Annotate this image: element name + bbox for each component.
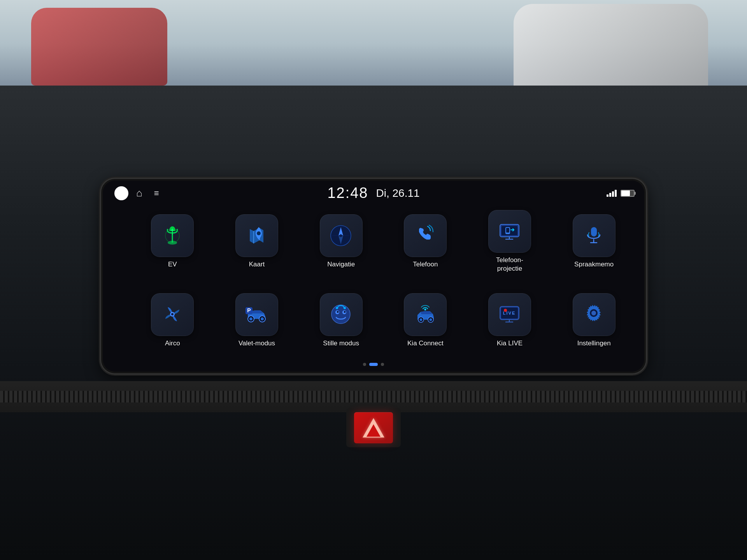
- screen-bezel: ⌂ ≡ 12:48 Di, 26.11: [101, 179, 646, 373]
- hazard-area: [346, 408, 401, 447]
- svg-point-22: [249, 317, 253, 320]
- clock-display: 12:48: [327, 185, 368, 201]
- menu-icon[interactable]: ≡: [154, 188, 159, 198]
- home-icon[interactable]: ⌂: [136, 187, 142, 199]
- vent-lines: [0, 391, 747, 402]
- app-item-valet[interactable]: P Valet-modus: [218, 293, 296, 348]
- instellingen-label: Instellingen: [577, 339, 611, 348]
- valet-icon: P: [235, 293, 278, 336]
- voice-memo-icon: [573, 214, 615, 257]
- navigation-svg: [328, 223, 354, 248]
- svg-point-0: [168, 241, 177, 245]
- telefoon-label: Telefoon: [413, 260, 438, 269]
- app-item-navigatie[interactable]: Navigatie: [302, 214, 380, 269]
- svg-point-38: [424, 309, 426, 311]
- page-dot-1[interactable]: [363, 363, 366, 366]
- app-item-kaart[interactable]: Kaart: [218, 214, 296, 269]
- svg-rect-40: [501, 308, 518, 318]
- kia-connect-label: Kia Connect: [407, 339, 444, 348]
- app-item-ev[interactable]: EV: [134, 214, 211, 269]
- svg-rect-12: [506, 228, 509, 233]
- signal-bar-4: [615, 190, 617, 197]
- phone-icon: [404, 214, 447, 257]
- svg-rect-10: [502, 226, 517, 235]
- app-item-instellingen[interactable]: Instellingen: [555, 293, 633, 348]
- svg-point-24: [261, 317, 264, 320]
- map-icon: [235, 214, 278, 257]
- silent-icon: [320, 293, 363, 336]
- dashboard: ⌂ ≡ 12:48 Di, 26.11: [0, 86, 747, 560]
- battery-indicator: [621, 190, 635, 197]
- page-dot-3[interactable]: [381, 363, 384, 366]
- svg-point-27: [331, 305, 350, 324]
- svg-point-45: [590, 309, 598, 317]
- svg-marker-2: [250, 228, 263, 243]
- app-item-spraakmemo[interactable]: Spraakmemo: [555, 214, 633, 269]
- status-circle[interactable]: [114, 186, 128, 200]
- ev-label: EV: [168, 260, 177, 269]
- svg-point-36: [428, 317, 433, 322]
- date-display: Di, 26.11: [376, 187, 420, 200]
- page-dot-2[interactable]: [369, 363, 378, 366]
- airco-label: Airco: [165, 339, 180, 348]
- svg-point-5: [257, 231, 261, 235]
- signal-bar-3: [612, 191, 614, 197]
- app-item-airco[interactable]: Airco: [134, 293, 211, 348]
- svg-rect-11: [505, 227, 510, 234]
- ev-svg: [160, 223, 185, 248]
- phone-projection-icon: [488, 210, 531, 253]
- svg-point-23: [259, 316, 265, 322]
- phone-projection-svg: [497, 219, 522, 244]
- kaart-label: Kaart: [249, 260, 265, 269]
- svg-point-33: [344, 307, 346, 309]
- svg-point-34: [418, 317, 424, 322]
- app-item-kia-connect[interactable]: Kia Connect: [387, 293, 464, 348]
- svg-point-6: [331, 226, 351, 246]
- svg-rect-9: [500, 224, 519, 237]
- app-item-kia-live[interactable]: LIVE Kia LIVE: [471, 293, 549, 348]
- kia-live-svg: LIVE: [497, 302, 522, 327]
- svg-point-20: [171, 313, 174, 315]
- svg-point-35: [419, 318, 422, 321]
- signal-bar-2: [609, 193, 611, 197]
- silent-svg: [328, 302, 354, 327]
- svg-point-19: [170, 312, 175, 317]
- app-item-telefoon[interactable]: Telefoon: [387, 214, 464, 269]
- kia-connect-svg: [413, 302, 438, 327]
- kia-connect-icon: [404, 293, 447, 336]
- svg-point-29: [342, 310, 346, 314]
- svg-point-31: [344, 311, 346, 313]
- status-right: [607, 190, 635, 197]
- svg-text:LIVE: LIVE: [503, 311, 516, 315]
- hazard-triangle-icon: [363, 418, 384, 438]
- settings-svg: [581, 302, 607, 327]
- svg-point-1: [165, 229, 179, 243]
- status-center: 12:48 Di, 26.11: [327, 185, 419, 201]
- phone-svg: [413, 223, 438, 248]
- screen: ⌂ ≡ 12:48 Di, 26.11: [103, 180, 644, 372]
- svg-point-37: [429, 318, 432, 321]
- app-grid: EV: [134, 206, 633, 356]
- valet-svg: P: [244, 302, 269, 327]
- svg-rect-39: [500, 306, 519, 320]
- svg-point-32: [336, 307, 338, 309]
- app-item-stille-modus[interactable]: Stille modus: [302, 293, 380, 348]
- kia-live-label: Kia LIVE: [497, 339, 523, 348]
- telefoon-projectie-label: Telefoon- projectie: [496, 256, 523, 273]
- stille-modus-label: Stille modus: [323, 339, 359, 348]
- voice-memo-svg: [581, 223, 607, 248]
- app-item-telefoon-projectie[interactable]: Telefoon- projectie: [471, 210, 549, 273]
- valet-label: Valet-modus: [238, 339, 275, 348]
- hazard-button[interactable]: [354, 412, 393, 443]
- scene: ⌂ ≡ 12:48 Di, 26.11: [0, 0, 747, 560]
- navigation-icon: [320, 214, 363, 257]
- svg-text:P: P: [247, 307, 251, 313]
- status-bar: ⌂ ≡ 12:48 Di, 26.11: [103, 180, 644, 206]
- map-svg: [244, 223, 269, 248]
- spraakmemo-label: Spraakmemo: [574, 260, 614, 269]
- bg-car-right: [514, 4, 708, 89]
- signal-bar-1: [607, 194, 608, 197]
- status-left-controls: ⌂ ≡: [114, 186, 159, 200]
- svg-rect-25: [245, 307, 253, 314]
- svg-point-21: [248, 316, 254, 322]
